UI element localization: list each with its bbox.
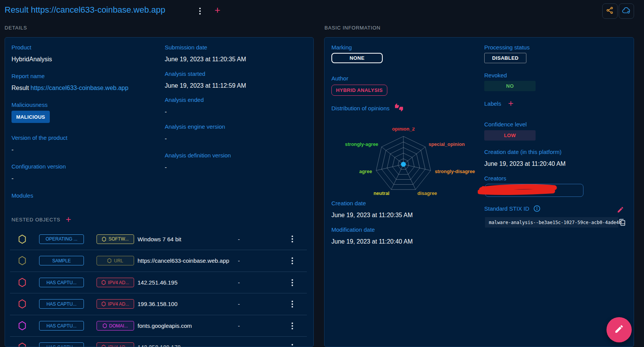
entity-name: 142.251.46.195 <box>138 279 177 286</box>
row-more-options-icon[interactable] <box>290 342 295 347</box>
hexagon-icon <box>102 280 106 285</box>
field-creators: Creators <box>484 175 506 182</box>
relationship-type-chip: HAS CAPTU... <box>39 278 84 287</box>
malware-analysis-page: Result https://cancel633-coinbase.web.ap… <box>0 0 644 347</box>
entity-name: Windows 7 64 bit <box>138 236 181 242</box>
relationship-type-chip: HAS CAPTU... <box>39 342 84 347</box>
field-version-of-product: Version of the product - <box>11 134 67 154</box>
field-maliciousness: Maliciousness <box>11 101 48 108</box>
svg-text:disagree: disagree <box>417 191 437 196</box>
entity-hexagon-icon <box>18 278 26 287</box>
add-label-icon[interactable]: + <box>508 100 513 107</box>
maliciousness-badge: MALICIOUS <box>11 111 50 123</box>
add-nested-object-icon[interactable]: + <box>66 216 71 223</box>
entity-hexagon-icon <box>18 342 26 347</box>
creators-partial-text <box>542 192 545 193</box>
opinions-radar-chart: opinion_2special_opinionstrongly-disagre… <box>340 128 482 202</box>
pencil-icon <box>614 324 624 336</box>
svg-text:agree: agree <box>359 169 372 174</box>
field-processing-status: Processing status <box>484 44 529 51</box>
edit-fab-button[interactable] <box>606 317 632 342</box>
confidence-level-badge: LOW <box>484 130 536 141</box>
revoked-badge: NO <box>484 81 536 91</box>
row-more-options-icon[interactable] <box>290 234 295 244</box>
relationship-type-chip: OPERATING ... <box>39 234 84 244</box>
hexagon-icon <box>102 237 106 242</box>
copy-icon[interactable] <box>619 219 626 228</box>
field-configuration-version: Configuration version - <box>11 163 66 182</box>
entity-hexagon-icon <box>18 234 26 244</box>
nested-object-row[interactable]: OPERATING ... SOFTW... Windows 7 64 bit … <box>10 228 307 250</box>
nested-object-row[interactable]: HAS CAPTU... DOMAI... fonts.googleapis.c… <box>10 315 307 336</box>
thumbs-up-down-icon[interactable] <box>395 103 403 113</box>
nested-object-row[interactable]: HAS CAPTU... IPV4 AD... 142.250.189.170 … <box>10 336 307 347</box>
entity-name: 142.250.189.170 <box>138 344 181 347</box>
svg-text:opinion_2: opinion_2 <box>392 128 415 132</box>
row-more-options-icon[interactable] <box>290 278 295 288</box>
entity-type-chip: DOMAI... <box>97 321 134 331</box>
hexagon-icon <box>102 301 106 306</box>
add-icon[interactable]: + <box>215 6 220 14</box>
entity-dates: - <box>238 301 240 307</box>
basic-information-section-title: BASIC INFORMATION <box>324 25 380 31</box>
author-chip[interactable]: HYBRID ANALYSIS <box>331 85 387 96</box>
relationship-type-chip: HAS CAPTU... <box>39 321 84 331</box>
hexagon-icon <box>107 258 111 263</box>
field-analysis-definition-version: Analysis definition version - <box>165 152 231 171</box>
field-report-name: Report name Result https://cancel633-coi… <box>11 73 128 92</box>
entity-type-chip: IPV4 AD... <box>97 342 134 347</box>
row-more-options-icon[interactable] <box>290 256 295 266</box>
field-analysis-ended: Analysis ended - <box>165 97 204 116</box>
more-options-icon[interactable] <box>198 7 202 15</box>
field-standard-stix-id: Standard STIX ID <box>484 205 541 212</box>
field-confidence-level: Confidence level <box>484 121 527 128</box>
field-author: Author <box>331 75 348 82</box>
svg-text:strongly-disagree: strongly-disagree <box>435 169 475 174</box>
svg-text:special_opinion: special_opinion <box>429 142 465 147</box>
row-more-options-icon[interactable] <box>290 321 295 331</box>
field-labels: Labels + <box>484 100 513 107</box>
entity-dates: - <box>238 344 240 347</box>
field-platform-creation-date: Creation date (in this platform) June 19… <box>484 149 565 168</box>
creator-chip[interactable] <box>485 184 583 197</box>
report-name-prefix: Result <box>11 85 31 91</box>
nested-object-row[interactable]: SAMPLE URL https://cancel633-coinbase.we… <box>10 250 307 271</box>
info-icon[interactable] <box>533 205 541 212</box>
entity-hexagon-icon <box>18 299 26 309</box>
svg-text:neutral: neutral <box>374 191 390 196</box>
entity-name: fonts.googleapis.com <box>138 322 192 329</box>
hexagon-icon <box>103 323 107 328</box>
cloud-sync-icon <box>622 6 631 16</box>
entity-dates: - <box>238 236 240 242</box>
stix-id-value: malware-analysis--be3ae15c-1027-59ce-acb… <box>485 217 618 228</box>
field-product: Product HybridAnalysis <box>11 44 52 63</box>
field-modules: Modules <box>11 192 33 199</box>
entity-type-chip: IPV4 AD... <box>97 299 134 309</box>
basic-information-card: Marking NONE Author HYBRID ANALYSIS Dist… <box>324 37 634 347</box>
details-section-title: DETAILS <box>5 25 27 31</box>
entity-name: https://cancel633-coinbase.web.app <box>138 257 229 264</box>
relationship-type-chip: HAS CAPTU... <box>39 299 84 309</box>
entity-dates: - <box>238 322 240 329</box>
marking-badge: NONE <box>331 53 383 63</box>
nested-object-row[interactable]: HAS CAPTU... IPV4 AD... 142.251.46.195 - <box>10 272 307 293</box>
relationship-type-chip: SAMPLE <box>39 256 84 265</box>
cloud-sync-button[interactable] <box>619 3 634 19</box>
nested-object-row[interactable]: HAS CAPTU... IPV4 AD... 199.36.158.100 - <box>10 293 307 314</box>
page-title: Result https://cancel633-coinbase.web.ap… <box>5 5 165 15</box>
hexagon-icon <box>102 345 106 347</box>
nested-objects-title: NESTED OBJECTS <box>11 217 61 223</box>
entity-dates: - <box>238 257 240 264</box>
edit-stix-id-icon[interactable] <box>617 206 624 215</box>
field-marking: Marking <box>331 44 352 51</box>
share-icon <box>606 6 614 16</box>
processing-status-badge: DISABLED <box>484 53 526 63</box>
row-more-options-icon[interactable] <box>290 299 295 309</box>
entity-hexagon-icon <box>18 321 26 331</box>
entity-dates: - <box>238 279 240 286</box>
field-creation-date: Creation date June 19, 2023 at 11:20:35 … <box>331 200 413 219</box>
share-button[interactable] <box>602 3 618 19</box>
entity-type-chip: SOFTW... <box>97 234 134 244</box>
svg-text:strongly-agree: strongly-agree <box>345 142 378 147</box>
entity-type-chip: IPV4 AD... <box>97 278 134 287</box>
